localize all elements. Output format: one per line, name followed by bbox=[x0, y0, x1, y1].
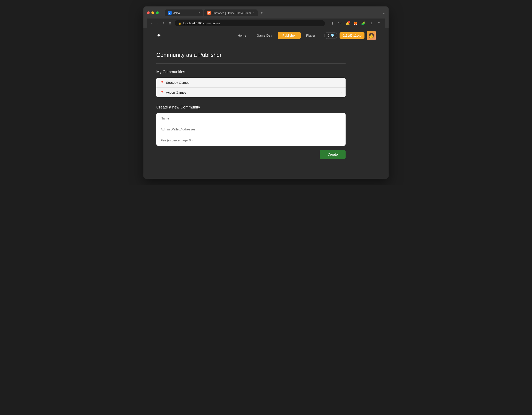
tab-close-jokio[interactable]: × bbox=[199, 11, 200, 14]
form-field-fee bbox=[156, 135, 346, 146]
community-item-strategy[interactable]: 📍 Strategy Games › bbox=[156, 78, 346, 88]
window-menu-icon[interactable]: ⌄ bbox=[382, 11, 385, 15]
notification-icon[interactable]: 🔔1 bbox=[345, 20, 351, 26]
reload-button[interactable]: ↺ bbox=[161, 21, 165, 26]
token-badge: 0 💎 bbox=[324, 32, 337, 39]
communities-list: 📍 Strategy Games › 📍 Action Games › bbox=[156, 78, 346, 97]
browser-window: J Jokio × P Photopea | Online Photo Edit… bbox=[143, 6, 389, 179]
browser-controls: J Jokio × P Photopea | Online Photo Edit… bbox=[147, 9, 385, 16]
name-input[interactable] bbox=[161, 117, 341, 120]
address-bar-row: ‹ › ↺ ⊟ 🔒 localhost:4200/communities ⬆ 🛡… bbox=[147, 19, 385, 28]
nav-gamedev[interactable]: Game Dev bbox=[252, 32, 277, 39]
nav-home[interactable]: Home bbox=[233, 32, 251, 39]
section-divider bbox=[156, 63, 346, 64]
maximize-button[interactable] bbox=[156, 11, 159, 14]
minimize-button[interactable] bbox=[151, 11, 154, 14]
page-title: Community as a Publisher bbox=[156, 52, 346, 58]
puzzle-icon[interactable]: 🧩 bbox=[360, 20, 366, 26]
tab-label-jokio: Jokio bbox=[173, 11, 180, 15]
app-logo[interactable]: ✦ bbox=[156, 32, 161, 39]
fox-icon[interactable]: 🦊 bbox=[352, 20, 359, 26]
nav-links: Home Game Dev Publisher Player bbox=[233, 32, 320, 39]
tab-jokio[interactable]: J Jokio × bbox=[165, 10, 203, 16]
token-icon: 💎 bbox=[331, 34, 334, 37]
download-icon[interactable]: ⬇ bbox=[368, 20, 374, 26]
new-tab-button[interactable]: + bbox=[258, 9, 265, 16]
app-content: ✦ Home Game Dev Publisher Player 0 💎 0x9… bbox=[143, 28, 389, 179]
form-actions: Create bbox=[156, 150, 346, 159]
tab-close-photopea[interactable]: × bbox=[253, 11, 254, 14]
create-button[interactable]: Create bbox=[320, 150, 346, 159]
community-pin-strategy: 📍 bbox=[160, 81, 164, 84]
tab-favicon-jokio: J bbox=[168, 11, 171, 15]
menu-icon[interactable]: ≡ bbox=[376, 20, 382, 26]
browser-titlebar: J Jokio × P Photopea | Online Photo Edit… bbox=[143, 6, 389, 28]
close-button[interactable] bbox=[147, 11, 150, 14]
shield-icon[interactable]: 🛡 bbox=[337, 20, 343, 26]
avatar-image: 🧑 bbox=[367, 31, 376, 40]
community-name-action: Action Games bbox=[166, 91, 341, 94]
community-chevron-strategy: › bbox=[341, 81, 342, 84]
main-content: Community as a Publisher My Communities … bbox=[143, 43, 359, 168]
back-button[interactable]: ‹ bbox=[150, 21, 153, 26]
tabs-bar: J Jokio × P Photopea | Online Photo Edit… bbox=[165, 9, 265, 16]
secure-icon: 🔒 bbox=[178, 22, 181, 25]
forward-button[interactable]: › bbox=[156, 21, 159, 26]
community-pin-action: 📍 bbox=[160, 91, 164, 94]
wallet-info: 0 💎 0x91d7...2bcb 🧑 bbox=[324, 31, 376, 40]
my-communities-title: My Communities bbox=[156, 70, 346, 74]
nav-player[interactable]: Player bbox=[302, 32, 320, 39]
create-community-title: Create a new Community bbox=[156, 105, 346, 109]
admin-wallet-input[interactable] bbox=[161, 128, 341, 131]
community-chevron-action: › bbox=[341, 91, 342, 94]
tab-favicon-photopea: P bbox=[207, 11, 211, 15]
url-text: localhost:4200/communities bbox=[183, 21, 220, 25]
bookmark-button[interactable]: ⊟ bbox=[168, 21, 172, 26]
token-count: 0 bbox=[327, 34, 329, 37]
address-bar[interactable]: 🔒 localhost:4200/communities bbox=[175, 20, 325, 26]
share-button[interactable]: ⬆ bbox=[329, 20, 335, 26]
nav-publisher[interactable]: Publisher bbox=[278, 32, 301, 39]
fee-input[interactable] bbox=[161, 138, 341, 142]
community-item-action[interactable]: 📍 Action Games › bbox=[156, 88, 346, 97]
wallet-address[interactable]: 0x91d7...2bcb bbox=[340, 32, 364, 39]
tab-label-photopea: Photopea | Online Photo Editor bbox=[212, 11, 251, 15]
browser-actions: ⬆ 🛡 🔔1 🦊 🧩 ⬇ ≡ bbox=[329, 20, 382, 26]
create-community-form bbox=[156, 113, 346, 146]
form-field-admin bbox=[156, 124, 346, 135]
app-navbar: ✦ Home Game Dev Publisher Player 0 💎 0x9… bbox=[143, 28, 389, 43]
tab-photopea[interactable]: P Photopea | Online Photo Editor × bbox=[204, 10, 258, 16]
form-field-name bbox=[156, 113, 346, 124]
community-name-strategy: Strategy Games bbox=[166, 81, 341, 84]
user-avatar[interactable]: 🧑 bbox=[367, 31, 376, 40]
